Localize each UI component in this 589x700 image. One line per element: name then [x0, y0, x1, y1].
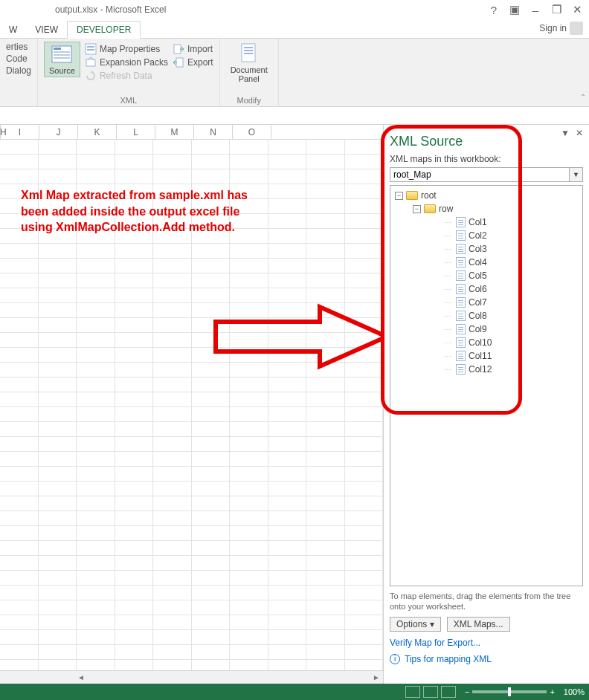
- ribbon-display-icon[interactable]: ▣: [507, 3, 522, 16]
- table-row[interactable]: [0, 615, 383, 630]
- svg-rect-9: [174, 45, 181, 54]
- view-code-item[interactable]: Code: [6, 54, 31, 64]
- scroll-track[interactable]: [88, 672, 370, 684]
- dropdown-icon[interactable]: ▼: [570, 167, 583, 182]
- xml-tree[interactable]: − root − row ⋯Col1⋯Col2⋯Col3⋯Col4⋯Col5⋯C…: [390, 185, 583, 586]
- table-row[interactable]: [0, 155, 383, 169]
- close-icon[interactable]: ✕: [570, 3, 585, 16]
- restore-icon[interactable]: ❐: [549, 3, 564, 16]
- import-item[interactable]: Import: [173, 43, 213, 55]
- table-row[interactable]: [0, 571, 383, 586]
- tree-node-root[interactable]: − root: [392, 189, 581, 202]
- element-icon: [456, 324, 466, 334]
- table-row[interactable]: [0, 467, 383, 482]
- table-row[interactable]: [0, 600, 383, 615]
- map-select[interactable]: ▼: [390, 167, 583, 182]
- tree-leaf[interactable]: ⋯Col2: [392, 229, 581, 242]
- table-row[interactable]: [0, 645, 383, 660]
- table-row[interactable]: [0, 586, 383, 600]
- table-row[interactable]: [0, 422, 383, 437]
- tree-node-row[interactable]: − row: [392, 202, 581, 215]
- page-layout-view-icon[interactable]: [423, 686, 438, 698]
- tree-leaf[interactable]: ⋯Col3: [392, 242, 581, 256]
- table-row[interactable]: [0, 556, 383, 571]
- column-header[interactable]: M: [155, 125, 194, 139]
- table-row[interactable]: [0, 288, 383, 303]
- tab-developer[interactable]: DEVELOPER: [67, 21, 141, 39]
- verify-link[interactable]: Verify Map for Export...: [390, 638, 583, 648]
- properties-item[interactable]: erties: [6, 42, 31, 52]
- column-header[interactable]: L: [117, 125, 155, 139]
- tab-partial[interactable]: W: [0, 22, 26, 38]
- column-header[interactable]: O: [233, 125, 271, 139]
- table-row[interactable]: [0, 482, 383, 496]
- run-dialog-item[interactable]: Dialog: [6, 65, 31, 76]
- options-button[interactable]: Options ▾: [390, 617, 441, 632]
- zoom-controls[interactable]: − +: [460, 687, 559, 696]
- table-row[interactable]: [0, 437, 383, 452]
- help-icon[interactable]: ?: [486, 4, 501, 16]
- collapse-ribbon-icon[interactable]: ˆ: [582, 94, 585, 104]
- export-item[interactable]: Export: [173, 56, 213, 68]
- map-properties-item[interactable]: Map Properties: [85, 43, 168, 55]
- map-select-input[interactable]: [390, 167, 570, 182]
- scroll-left-icon[interactable]: ◄: [74, 672, 88, 684]
- tree-leaf[interactable]: ⋯Col7: [392, 296, 581, 309]
- zoom-level[interactable]: 100%: [559, 687, 589, 696]
- scroll-right-icon[interactable]: ►: [370, 672, 383, 684]
- tree-leaf[interactable]: ⋯Col9: [392, 323, 581, 336]
- source-button[interactable]: Source: [44, 42, 80, 77]
- column-headers: HIJKLMNO: [0, 125, 383, 140]
- maps-label: XML maps in this workbook:: [390, 154, 583, 164]
- tree-leaf[interactable]: ⋯Col6: [392, 282, 581, 296]
- table-row[interactable]: [0, 407, 383, 422]
- column-header[interactable]: I: [1, 125, 39, 139]
- zoom-in-icon[interactable]: +: [550, 687, 554, 696]
- table-row[interactable]: [0, 377, 383, 392]
- table-row[interactable]: [0, 541, 383, 556]
- table-row[interactable]: [0, 630, 383, 645]
- table-row[interactable]: [0, 273, 383, 288]
- table-row[interactable]: [0, 452, 383, 467]
- tree-leaf[interactable]: ⋯Col12: [392, 363, 581, 376]
- zoom-slider[interactable]: [472, 690, 547, 693]
- tab-view[interactable]: VIEW: [26, 22, 67, 38]
- tree-leaf[interactable]: ⋯Col8: [392, 309, 581, 323]
- column-header[interactable]: N: [194, 125, 233, 139]
- tree-leaf[interactable]: ⋯Col10: [392, 336, 581, 349]
- table-row[interactable]: [0, 140, 383, 155]
- horizontal-scrollbar[interactable]: ◄ ►: [0, 670, 383, 684]
- tree-leaf[interactable]: ⋯Col11: [392, 349, 581, 363]
- expand-icon[interactable]: −: [413, 205, 421, 213]
- normal-view-icon[interactable]: [405, 686, 420, 698]
- table-row[interactable]: [0, 244, 383, 259]
- zoom-out-icon[interactable]: −: [465, 687, 469, 696]
- pane-options-icon[interactable]: ▼: [561, 128, 570, 138]
- table-row[interactable]: [0, 526, 383, 541]
- table-row[interactable]: [0, 511, 383, 526]
- hint-text: To map elements, drag the elements from …: [390, 591, 583, 612]
- column-header[interactable]: K: [78, 125, 117, 139]
- minimize-icon[interactable]: –: [528, 4, 543, 16]
- tree-leaf[interactable]: ⋯Col1: [392, 215, 581, 229]
- tree-leaf[interactable]: ⋯Col5: [392, 269, 581, 282]
- table-row[interactable]: [0, 169, 383, 184]
- xml-maps-button[interactable]: XML Maps...: [447, 617, 510, 632]
- table-row[interactable]: [0, 259, 383, 273]
- expand-icon[interactable]: −: [395, 192, 403, 200]
- view-buttons[interactable]: [401, 686, 460, 698]
- group-label-code: [17, 96, 19, 105]
- tips-link[interactable]: i Tips for mapping XML: [390, 654, 583, 664]
- table-row[interactable]: [0, 496, 383, 511]
- sign-in[interactable]: Sign in: [533, 19, 589, 38]
- worksheet[interactable]: HIJKLMNO Xml Map extracted from sample.x…: [0, 125, 384, 684]
- column-header[interactable]: J: [39, 125, 78, 139]
- expansion-packs-item[interactable]: Expansion Packs: [85, 56, 168, 68]
- export-icon: [173, 56, 184, 68]
- page-break-view-icon[interactable]: [441, 686, 456, 698]
- table-row[interactable]: [0, 392, 383, 407]
- tree-leaf[interactable]: ⋯Col4: [392, 256, 581, 269]
- pane-close-icon[interactable]: ✕: [576, 128, 583, 138]
- element-icon: [456, 230, 466, 241]
- document-panel-button[interactable]: Document Panel: [226, 42, 272, 85]
